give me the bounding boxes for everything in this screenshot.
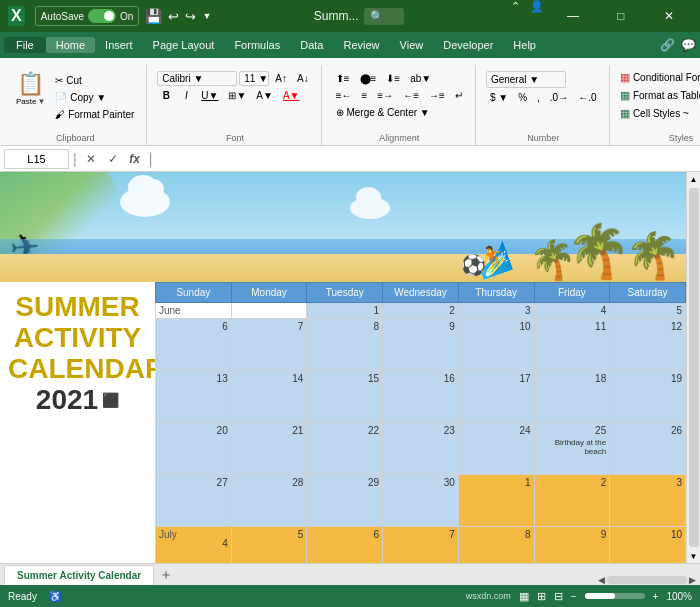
scroll-up-button[interactable]: ▲ <box>687 172 701 186</box>
july-6[interactable]: 6 <box>307 527 383 564</box>
june-30[interactable]: 30 <box>383 475 459 527</box>
save-icon[interactable]: 💾 <box>145 8 162 24</box>
add-sheet-button[interactable]: ＋ <box>156 565 176 585</box>
june-16[interactable]: 16 <box>383 371 459 423</box>
increase-decimal-button[interactable]: .0→ <box>546 90 572 105</box>
autosave-badge[interactable]: AutoSave On <box>35 6 140 26</box>
menu-item-page-layout[interactable]: Page Layout <box>143 37 225 53</box>
june-24[interactable]: 24 <box>458 423 534 475</box>
center-align-button[interactable]: ≡ <box>358 88 372 103</box>
share-icon[interactable]: 🔗 <box>660 38 675 52</box>
name-box[interactable] <box>4 149 69 169</box>
zoom-out-button[interactable]: − <box>571 591 577 602</box>
june-2[interactable]: 2 <box>383 303 459 319</box>
menu-item-file[interactable]: File <box>4 37 46 53</box>
scroll-down-button[interactable]: ▼ <box>687 549 701 563</box>
comments-icon[interactable]: 💬 <box>681 38 696 52</box>
paste-button[interactable]: 📋 Paste ▼ <box>12 69 49 108</box>
june-13[interactable]: 13 <box>156 371 232 423</box>
font-family-dropdown[interactable]: Calibri ▼ <box>157 71 237 86</box>
june-19[interactable]: 19 <box>610 371 686 423</box>
june-9[interactable]: 9 <box>383 319 459 371</box>
june-17[interactable]: 17 <box>458 371 534 423</box>
june-25[interactable]: 25Birthday at the beach <box>534 423 610 475</box>
font-color-button[interactable]: A▼ <box>279 88 304 103</box>
zoom-in-button[interactable]: + <box>653 591 659 602</box>
minimize-button[interactable]: — <box>550 0 596 32</box>
june-6[interactable]: 6 <box>156 319 232 371</box>
left-align-button[interactable]: ≡← <box>332 88 356 103</box>
bold-button[interactable]: B <box>157 88 175 103</box>
confirm-formula-button[interactable]: ✓ <box>103 149 123 169</box>
insert-function-button[interactable]: fx <box>125 149 145 169</box>
calendar-year-icon[interactable]: ⬛ <box>102 392 119 408</box>
june-14[interactable]: 14 <box>231 371 307 423</box>
conditional-formatting-button[interactable]: ▦ Conditional Formatting ~ <box>616 69 700 86</box>
june-1[interactable]: 1 <box>307 303 383 319</box>
menu-item-insert[interactable]: Insert <box>95 37 143 53</box>
july-1[interactable]: 1 <box>458 475 534 527</box>
june-28[interactable]: 28 <box>231 475 307 527</box>
july-2[interactable]: 2 <box>534 475 610 527</box>
scroll-thumb-h[interactable] <box>607 576 687 584</box>
cancel-formula-button[interactable]: ✕ <box>81 149 101 169</box>
page-layout-view-button[interactable]: ⊞ <box>537 590 546 603</box>
font-size-dropdown[interactable]: 11 ▼ <box>239 71 269 86</box>
july-3[interactable]: 3 <box>610 475 686 527</box>
ribbon-collapse-icon[interactable]: ⌃ <box>507 0 524 32</box>
sheet-tab-summer[interactable]: Summer Activity Calendar <box>4 565 154 585</box>
june-29[interactable]: 29 <box>307 475 383 527</box>
july-10[interactable]: 10 <box>610 527 686 564</box>
vertical-scrollbar[interactable]: ▲ ▼ <box>686 172 700 563</box>
accounting-format-button[interactable]: $ ▼ <box>486 90 512 105</box>
format-as-table-button[interactable]: ▦ Format as Table ~ <box>616 87 700 104</box>
menu-item-developer[interactable]: Developer <box>433 37 503 53</box>
menu-item-help[interactable]: Help <box>503 37 546 53</box>
search-box[interactable]: 🔍 <box>364 8 404 25</box>
orientation-button[interactable]: ab▼ <box>406 71 435 86</box>
decrease-decimal-button[interactable]: ←.0 <box>574 90 600 105</box>
decrease-font-size-button[interactable]: A↓ <box>293 71 313 86</box>
june-20[interactable]: 20 <box>156 423 232 475</box>
menu-item-formulas[interactable]: Formulas <box>224 37 290 53</box>
number-format-dropdown[interactable]: General ▼ <box>486 71 566 88</box>
indent-decrease-button[interactable]: ←≡ <box>399 88 423 103</box>
undo-icon[interactable]: ↩ <box>168 9 179 24</box>
july-8[interactable]: 8 <box>458 527 534 564</box>
june-21[interactable]: 21 <box>231 423 307 475</box>
june-15[interactable]: 15 <box>307 371 383 423</box>
scroll-thumb-v[interactable] <box>689 188 699 547</box>
maximize-button[interactable]: □ <box>598 0 644 32</box>
june-10[interactable]: 10 <box>458 319 534 371</box>
comma-format-button[interactable]: , <box>533 90 544 105</box>
menu-item-view[interactable]: View <box>390 37 434 53</box>
increase-font-size-button[interactable]: A↑ <box>271 71 291 86</box>
autosave-toggle[interactable] <box>88 9 116 23</box>
middle-align-button[interactable]: ⬤≡ <box>356 71 381 86</box>
cell-styles-button[interactable]: ▦ Cell Styles ~ <box>616 105 700 122</box>
redo-icon[interactable]: ↪ <box>185 9 196 24</box>
normal-view-button[interactable]: ▦ <box>519 590 529 603</box>
menu-item-review[interactable]: Review <box>333 37 389 53</box>
bottom-align-button[interactable]: ⬇≡ <box>382 71 404 86</box>
june-26[interactable]: 26 <box>610 423 686 475</box>
june-5[interactable]: 5 <box>610 303 686 319</box>
june-23[interactable]: 23 <box>383 423 459 475</box>
june-27[interactable]: 27 <box>156 475 232 527</box>
format-painter-button[interactable]: 🖌 Format Painter <box>51 107 138 122</box>
fill-color-button[interactable]: A▼ <box>252 88 277 103</box>
july-7[interactable]: 7 <box>383 527 459 564</box>
wrap-text-button[interactable]: ↵ <box>451 88 467 103</box>
account-icon[interactable]: 👤 <box>526 0 548 32</box>
merge-center-button[interactable]: ⊕ Merge & Center ▼ <box>332 105 434 120</box>
menu-item-home[interactable]: Home <box>46 37 95 53</box>
june-22[interactable]: 22 <box>307 423 383 475</box>
scroll-right-button[interactable]: ▶ <box>689 575 696 585</box>
quick-access-dropdown[interactable]: ▼ <box>202 11 211 21</box>
june-12[interactable]: 12 <box>610 319 686 371</box>
percent-format-button[interactable]: % <box>514 90 531 105</box>
scroll-left-button[interactable]: ◀ <box>598 575 605 585</box>
june-8[interactable]: 8 <box>307 319 383 371</box>
border-button[interactable]: ⊞▼ <box>224 88 250 103</box>
italic-button[interactable]: I <box>177 88 195 103</box>
